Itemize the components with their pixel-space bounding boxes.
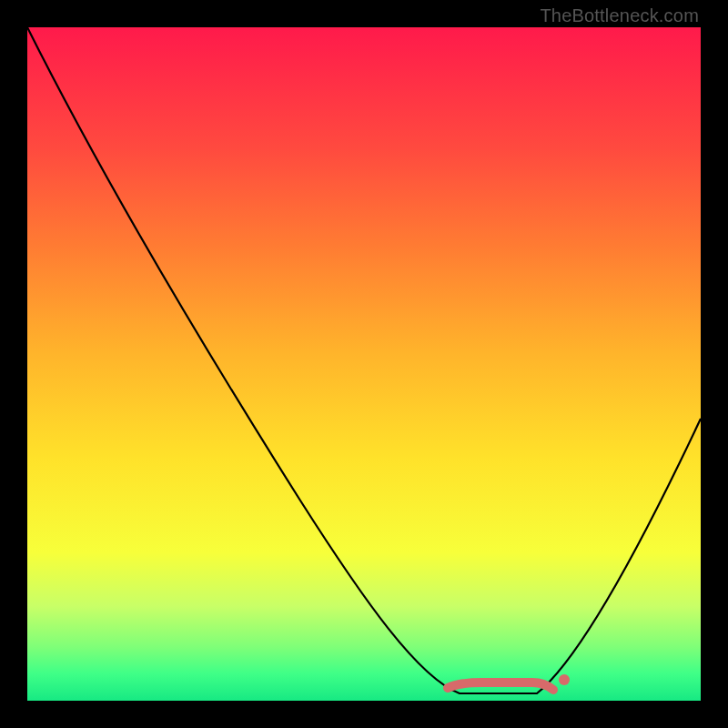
chart-frame: TheBottleneck.com xyxy=(0,0,728,728)
bottleneck-curve xyxy=(27,27,701,693)
attribution-text: TheBottleneck.com xyxy=(540,5,699,26)
overlay-svg xyxy=(27,27,701,701)
optimal-range-marker xyxy=(448,682,553,690)
marker-endpoint xyxy=(559,674,570,685)
